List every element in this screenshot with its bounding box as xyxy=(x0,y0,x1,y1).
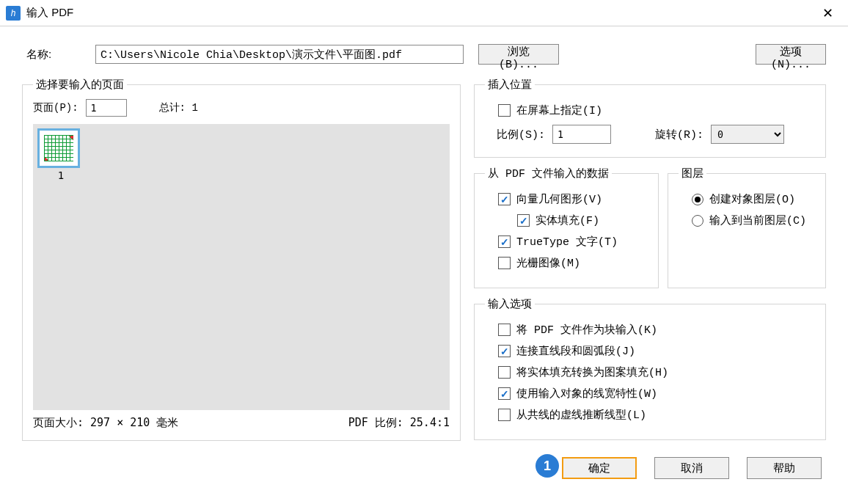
create-layer-label: 创建对象图层(O) xyxy=(709,192,795,206)
join-label: 连接直线段和圆弧段(J) xyxy=(516,344,635,358)
solid-fill-label: 实体填充(F) xyxy=(536,213,599,227)
footer-buttons: 1 确定 取消 帮助 xyxy=(22,457,826,479)
insert-position-legend: 插入位置 xyxy=(485,78,535,92)
create-layer-radio[interactable] xyxy=(692,194,703,205)
thumbnail-image xyxy=(37,128,80,168)
truetype-label: TrueType 文字(T) xyxy=(516,235,618,249)
page-size-label: 页面大小: 297 × 210 毫米 xyxy=(33,416,178,430)
path-input[interactable] xyxy=(95,45,464,64)
import-options-legend: 输入选项 xyxy=(485,297,535,311)
ok-button[interactable]: 确定 xyxy=(562,457,637,479)
cancel-button[interactable]: 取消 xyxy=(654,457,729,479)
browse-button[interactable]: 浏览(B)... xyxy=(478,44,559,65)
raster-checkbox[interactable] xyxy=(498,257,511,269)
lineweight-checkbox[interactable] xyxy=(498,387,511,400)
scale-input[interactable] xyxy=(552,125,611,144)
page-input[interactable] xyxy=(86,99,127,117)
solid-fill-checkbox[interactable] xyxy=(517,214,530,227)
raster-label: 光栅图像(M) xyxy=(516,256,580,270)
specify-onscreen-checkbox[interactable] xyxy=(498,104,511,117)
layer-legend: 图层 xyxy=(679,167,706,180)
layer-group: 图层 创建对象图层(O) 输入到当前图层(C) xyxy=(668,167,826,288)
preview-area[interactable]: 1 xyxy=(33,124,450,410)
thumbnail-number: 1 xyxy=(37,169,84,181)
rotate-label: 旋转(R): xyxy=(655,128,703,142)
current-layer-radio[interactable] xyxy=(692,215,703,227)
as-block-checkbox[interactable] xyxy=(498,324,511,336)
insert-position-group: 插入位置 在屏幕上指定(I) 比例(S): 旋转(R): 0 xyxy=(474,78,826,158)
dialog-title: 输入 PDF xyxy=(26,6,73,20)
options-button[interactable]: 选项(N)... xyxy=(756,44,826,65)
page-select-legend: 选择要输入的页面 xyxy=(33,78,127,92)
annotation-badge: 1 xyxy=(536,454,559,478)
titlebar: h 输入 PDF ✕ xyxy=(0,0,848,26)
page-label: 页面(P): xyxy=(33,101,78,114)
infer-linetype-checkbox[interactable] xyxy=(498,409,511,421)
total-label: 总计: 1 xyxy=(159,101,198,114)
help-button[interactable]: 帮助 xyxy=(747,457,822,479)
scale-label: 比例(S): xyxy=(497,128,545,142)
page-thumbnail[interactable]: 1 xyxy=(37,128,84,181)
hatch-label: 将实体填充转换为图案填充(H) xyxy=(516,365,668,379)
vector-label: 向量几何图形(V) xyxy=(516,192,602,206)
app-icon: h xyxy=(6,6,21,21)
pdf-data-legend: 从 PDF 文件输入的数据 xyxy=(485,167,612,180)
specify-onscreen-label: 在屏幕上指定(I) xyxy=(516,103,602,117)
close-icon[interactable]: ✕ xyxy=(813,2,842,24)
current-layer-label: 输入到当前图层(C) xyxy=(709,213,806,227)
join-checkbox[interactable] xyxy=(498,345,511,357)
lineweight-label: 使用输入对象的线宽特性(W) xyxy=(516,387,657,401)
name-row: 名称: 浏览(B)... 选项(N)... xyxy=(22,44,826,65)
page-select-group: 选择要输入的页面 页面(P): 总计: 1 1 页面大小: 297 × 210 … xyxy=(22,78,461,441)
import-options-group: 输入选项 将 PDF 文件作为块输入(K) 连接直线段和圆弧段(J) 将实体填充… xyxy=(474,297,826,440)
name-label: 名称: xyxy=(22,48,81,62)
as-block-label: 将 PDF 文件作为块输入(K) xyxy=(516,323,657,337)
infer-linetype-label: 从共线的虚线推断线型(L) xyxy=(516,408,646,422)
pdf-data-group: 从 PDF 文件输入的数据 向量几何图形(V) 实体填充(F) TrueType… xyxy=(474,167,659,288)
truetype-checkbox[interactable] xyxy=(498,235,511,248)
rotate-select[interactable]: 0 xyxy=(711,125,784,144)
pdf-ratio-label: PDF 比例: 25.4:1 xyxy=(348,416,450,430)
vector-checkbox[interactable] xyxy=(498,193,511,205)
hatch-checkbox[interactable] xyxy=(498,366,511,379)
